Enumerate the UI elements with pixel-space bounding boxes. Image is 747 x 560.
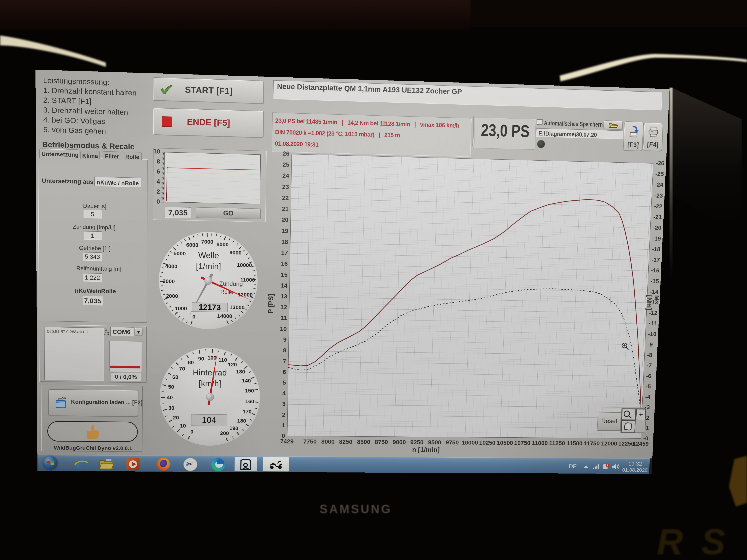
svg-text:104: 104 [202,415,216,425]
svg-text:100: 100 [207,355,216,361]
svg-text:160: 160 [245,398,254,404]
svg-text:90: 90 [198,356,204,362]
svg-text:6000: 6000 [186,242,199,248]
svg-text:Welle: Welle [198,250,219,260]
svg-text:40: 40 [167,395,173,400]
svg-text:50: 50 [168,384,174,390]
svg-text:12000: 12000 [238,292,253,298]
svg-text:3000: 3000 [162,278,175,284]
svg-text:[1/min]: [1/min] [196,262,221,271]
svg-text:+: + [638,409,644,419]
svg-text:9000: 9000 [229,249,241,256]
svg-text:13000: 13000 [229,304,244,311]
svg-text:130: 130 [236,369,245,375]
svg-text:1000: 1000 [175,305,187,312]
svg-text:60: 60 [172,374,178,380]
svg-text:140: 140 [242,378,251,384]
svg-text:Zündung: Zündung [219,280,243,287]
svg-text:20: 20 [173,415,179,421]
svg-text:4000: 4000 [165,263,178,269]
svg-text:30: 30 [168,405,174,411]
svg-text:110: 110 [218,357,227,363]
svg-text:8000: 8000 [216,241,229,248]
svg-text:190: 190 [229,425,238,431]
svg-text:80: 80 [188,359,194,365]
svg-text:200: 200 [220,430,229,436]
svg-text:14000: 14000 [217,313,232,319]
svg-text:12173: 12173 [199,302,221,312]
svg-text:0: 0 [192,314,196,320]
svg-text:10000: 10000 [237,262,252,268]
svg-text:150: 150 [245,388,254,394]
svg-text:10: 10 [180,423,186,429]
svg-text:Hinterrad: Hinterrad [193,368,227,377]
svg-text:e: e [76,457,81,471]
svg-text:7000: 7000 [201,239,213,245]
svg-text:[km/h]: [km/h] [199,379,221,388]
svg-text:180: 180 [237,418,246,424]
svg-text:0: 0 [190,429,194,435]
svg-text:170: 170 [243,408,252,415]
svg-text:5000: 5000 [174,250,186,257]
svg-text:2000: 2000 [166,293,178,299]
svg-text:70: 70 [179,366,185,372]
svg-text:120: 120 [228,362,237,368]
